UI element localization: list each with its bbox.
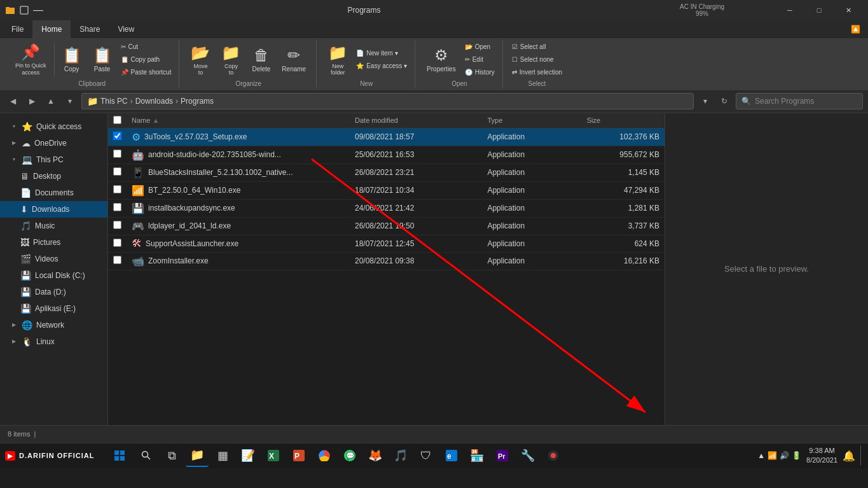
show-hidden-icon[interactable]: ▲ [757, 451, 765, 460]
move-to-button[interactable]: 📂 Moveto [186, 41, 215, 78]
select-all-checkbox[interactable] [113, 116, 121, 124]
taskbar-app4[interactable]: 🔧 [516, 444, 539, 467]
taskbar-app3[interactable]: 🛡 [415, 444, 437, 467]
taskbar-taskview-button[interactable]: ⧉ [160, 444, 183, 467]
refresh-button[interactable]: ↻ [717, 94, 732, 109]
sidebar-item-network[interactable]: ▶ 🌐 Network [0, 317, 107, 333]
row-checkbox[interactable] [113, 203, 121, 211]
header-type[interactable]: Type [482, 113, 581, 129]
header-name[interactable]: Name ▲ [127, 113, 350, 129]
notification-button[interactable]: 🔔 [843, 450, 855, 462]
maximize-button[interactable]: □ [804, 0, 834, 20]
select-none-button[interactable]: ☐ Select none [509, 54, 565, 66]
row-checkbox-cell[interactable] [108, 181, 127, 199]
path-this-pc[interactable]: This PC [100, 97, 128, 106]
show-desktop-button[interactable] [860, 445, 863, 466]
sidebar-item-desktop[interactable]: 🖥 Desktop [0, 168, 107, 185]
row-checkbox-cell[interactable] [108, 164, 127, 181]
sidebar-item-pictures[interactable]: 🖼 Pictures [0, 234, 107, 251]
sidebar-item-onedrive[interactable]: ▶ ☁ OneDrive [0, 135, 107, 151]
pin-button[interactable]: 📌 Pin to Quickaccess [10, 41, 52, 79]
table-row[interactable]: 📱 BlueStacksInstaller_5.2.130.1002_nativ… [108, 164, 665, 181]
sidebar-item-documents[interactable]: 📄 Documents [0, 185, 107, 201]
table-row[interactable]: 🤖 android-studio-ide-202.7351085-wind...… [108, 146, 665, 164]
recent-locations-button[interactable]: ▾ [62, 94, 78, 109]
easy-access-button[interactable]: ⭐ Easy access ▾ [354, 60, 410, 72]
row-checkbox[interactable] [113, 185, 121, 193]
sidebar-item-downloads[interactable]: ⬇ Downloads [0, 201, 107, 218]
new-folder-button[interactable]: 📁 Newfolder [323, 41, 352, 78]
table-row[interactable]: 💾 installbackupandsync.exe 24/06/2021 21… [108, 199, 665, 217]
back-button[interactable]: ◀ [5, 94, 20, 109]
minimize-button[interactable]: ─ [775, 0, 804, 20]
copy-button[interactable]: 📋 Copy [57, 42, 86, 78]
ribbon-collapse-button[interactable]: 🔼 [848, 22, 863, 37]
row-checkbox-cell[interactable] [108, 217, 127, 235]
taskbar-powerpoint[interactable]: P [287, 444, 310, 467]
search-box[interactable]: 🔍 Search Programs [736, 93, 863, 109]
taskbar-edge[interactable]: e [440, 444, 463, 467]
path-downloads[interactable]: Downloads [135, 97, 173, 106]
close-button[interactable]: ✕ [834, 0, 863, 20]
taskbar-excel[interactable]: X [262, 444, 285, 467]
open-button[interactable]: 📂 Open [462, 41, 497, 53]
taskbar-app2[interactable]: 🎵 [389, 444, 412, 467]
taskbar-chrome[interactable] [313, 444, 336, 467]
row-checkbox[interactable] [113, 256, 121, 264]
properties-button[interactable]: ⚙ Properties [422, 42, 461, 78]
copy-path-button[interactable]: 📋 Copy path [118, 54, 174, 66]
tab-file[interactable]: File [3, 20, 32, 38]
taskbar-store[interactable]: 🏪 [465, 444, 488, 467]
taskbar-word[interactable]: 📝 [237, 444, 259, 467]
row-checkbox-cell[interactable] [108, 128, 127, 146]
taskbar-firefox[interactable]: 🦊 [364, 444, 387, 467]
sidebar-item-quick-access[interactable]: ▾ ⭐ Quick access [0, 118, 107, 135]
header-checkbox[interactable] [108, 113, 127, 129]
row-checkbox[interactable] [113, 150, 121, 158]
table-row[interactable]: 🎮 ldplayer_id_2041_ld.exe 26/08/2021 19:… [108, 217, 665, 235]
sidebar-item-data-d[interactable]: 💾 Data (D:) [0, 284, 107, 300]
path-programs[interactable]: Programs [181, 97, 214, 106]
row-checkbox-cell[interactable] [108, 199, 127, 217]
table-row[interactable]: ⚙ 3uTools_v2.57.023_Setup.exe 09/08/2021… [108, 128, 665, 146]
taskbar-premiere[interactable]: Pr [491, 444, 514, 467]
sidebar-item-linux[interactable]: ▶ 🐧 Linux [0, 333, 107, 350]
row-checkbox[interactable] [113, 221, 121, 229]
invert-selection-button[interactable]: ⇄ Invert selection [509, 67, 565, 78]
taskbar-file-explorer[interactable]: 📁 [186, 444, 209, 467]
up-button[interactable]: ▲ [43, 94, 59, 109]
sidebar-item-this-pc[interactable]: ▾ 💻 This PC [0, 151, 107, 168]
table-row[interactable]: 📶 BT_22.50.0_64_Win10.exe 18/07/2021 10:… [108, 181, 665, 199]
rename-button[interactable]: ✏ Rename [277, 42, 311, 78]
taskbar-obs[interactable] [542, 444, 565, 467]
table-row[interactable]: 📹 ZoomInstaller.exe 20/08/2021 09:38 App… [108, 252, 665, 270]
dropdown-button[interactable]: ▾ [698, 94, 713, 109]
system-tray[interactable]: ▲ 📶 🔊 🔋 [757, 451, 801, 460]
paste-button[interactable]: 📋 Paste [88, 42, 117, 78]
edit-button[interactable]: ✏ Edit [462, 54, 497, 66]
row-checkbox-cell[interactable] [108, 235, 127, 252]
row-checkbox-cell[interactable] [108, 146, 127, 164]
taskbar-whatsapp[interactable]: 💬 [338, 444, 361, 467]
paste-shortcut-button[interactable]: 📌 Paste shortcut [118, 67, 174, 78]
delete-button[interactable]: 🗑 Delete [247, 42, 275, 78]
tab-home[interactable]: Home [32, 20, 71, 38]
address-path[interactable]: 📁 This PC › Downloads › Programs [81, 93, 694, 109]
history-button[interactable]: 🕐 History [462, 67, 497, 78]
sidebar-item-aplikasi-e[interactable]: 💾 Aplikasi (E:) [0, 300, 107, 317]
copy-to-button[interactable]: 📁 Copyto [216, 41, 245, 78]
sidebar-item-music[interactable]: 🎵 Music [0, 218, 107, 234]
tab-view[interactable]: View [109, 20, 143, 38]
cut-button[interactable]: ✂ Cut [118, 41, 174, 53]
table-row[interactable]: 🛠 SupportAssistLauncher.exe 18/07/2021 1… [108, 235, 665, 252]
sidebar-item-local-disk-c[interactable]: 💾 Local Disk (C:) [0, 267, 107, 284]
header-size[interactable]: Size [582, 113, 665, 129]
header-date[interactable]: Date modified [350, 113, 482, 129]
sidebar-item-videos[interactable]: 🎬 Videos [0, 251, 107, 267]
row-checkbox[interactable] [113, 132, 121, 140]
taskbar-clock[interactable]: 9:38 AM 8/20/2021 [806, 446, 837, 466]
select-all-button[interactable]: ☑ Select all [509, 41, 565, 53]
row-checkbox[interactable] [113, 167, 121, 176]
new-item-button[interactable]: 📄 New item ▾ [354, 48, 410, 59]
tab-share[interactable]: Share [71, 20, 109, 38]
